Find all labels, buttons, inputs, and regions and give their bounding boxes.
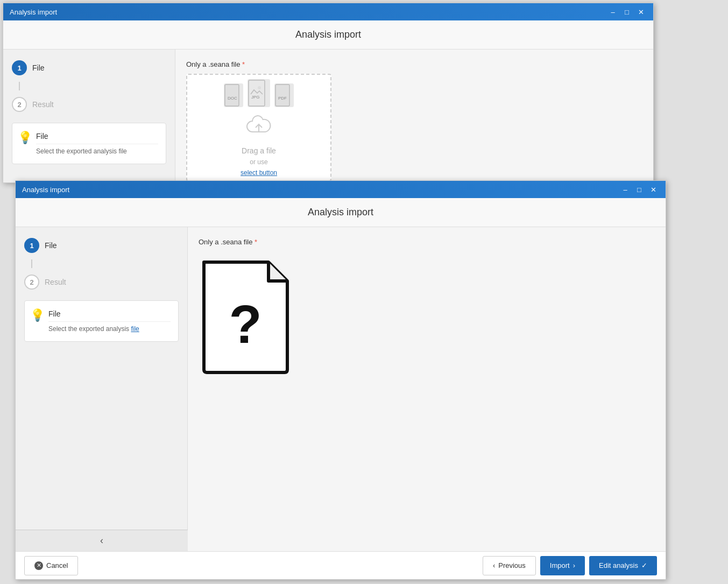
question-file-container: ?: [199, 251, 655, 381]
close-button-2[interactable]: ✕: [647, 184, 659, 195]
window-footer-2: ✕ Cancel ‹ Previous Import › Edit analys…: [16, 551, 666, 579]
step-list-2: 1 File 2 Result: [24, 238, 179, 290]
required-marker-2: *: [255, 238, 257, 246]
main-content-2: Only a .seana file * ?: [188, 227, 666, 551]
title-bar-controls-2: – □ ✕: [619, 184, 659, 195]
minimize-button-2[interactable]: –: [619, 184, 631, 195]
footer-left: ✕ Cancel: [24, 556, 78, 575]
analysis-import-window-2: Analysis import – □ ✕ Analysis import 1 …: [15, 180, 666, 580]
file-link-text[interactable]: file: [131, 325, 139, 333]
previous-button[interactable]: ‹ Previous: [483, 556, 536, 575]
hint-card-1: 💡 File Select the exported analysis file: [12, 123, 166, 164]
step-circle-2: 2: [12, 97, 27, 112]
title-bar-2: Analysis import – □ ✕: [16, 181, 666, 198]
svg-rect-5: [275, 85, 289, 106]
svg-text:JPG: JPG: [251, 95, 260, 100]
step-connector-2: [31, 259, 32, 268]
title-bar-controls-1: – □ ✕: [607, 6, 647, 18]
step-circle-2-2: 2: [24, 275, 39, 290]
step-item-1-result: 2 Result: [12, 97, 166, 112]
chevron-right-icon: ›: [573, 561, 575, 569]
file-shape-svg: ?: [199, 257, 293, 375]
step-circle-1: 1: [12, 60, 27, 75]
maximize-button-2[interactable]: □: [633, 184, 645, 195]
pdf-file-icon: PDF: [274, 83, 294, 107]
svg-text:DOC: DOC: [228, 96, 237, 101]
chevron-left-icon: ‹: [493, 561, 495, 569]
window-title-1: Analysis import: [10, 8, 57, 16]
jpg-file-icon: JPG: [248, 79, 270, 107]
svg-point-4: [258, 86, 261, 89]
sidebar-2: 1 File 2 Result 💡 File Select the export…: [16, 227, 188, 551]
hint-text-2: Select the exported analysis file: [48, 325, 171, 333]
edit-analysis-button[interactable]: Edit analysis ✓: [589, 556, 657, 575]
checkmark-icon: ✓: [641, 561, 647, 569]
analysis-import-window-1: Analysis import – □ ✕ Analysis import 1 …: [3, 3, 654, 183]
step-item-2-result: 2 Result: [24, 275, 179, 290]
drag-file-text: Drag a file: [242, 146, 276, 155]
window-body-1: 1 File 2 Result 💡 File Select the export…: [3, 50, 653, 182]
step-label-2-2: Result: [45, 278, 66, 286]
sidebar-nav-arrow[interactable]: ‹: [100, 535, 103, 546]
hint-text-1: Select the exported analysis file: [36, 147, 158, 155]
maximize-button-1[interactable]: □: [621, 6, 633, 18]
close-button-1[interactable]: ✕: [635, 6, 647, 18]
cloud-upload-icon: [246, 115, 272, 141]
file-label-1: Only a .seana file *: [186, 60, 642, 68]
svg-text:PDF: PDF: [278, 96, 287, 101]
required-marker-1: *: [242, 60, 245, 68]
window-title-2: Analysis import: [22, 186, 69, 194]
main-content-1: Only a .seana file * DOC: [175, 50, 653, 182]
cancel-button[interactable]: ✕ Cancel: [24, 556, 78, 575]
step-label-2-1: File: [45, 241, 57, 250]
hint-title-2: File: [48, 309, 171, 322]
hint-title-1: File: [36, 132, 158, 144]
step-item-1-file: 1 File: [12, 60, 166, 75]
step-label-1: File: [32, 64, 45, 72]
title-bar-1: Analysis import – □ ✕: [3, 3, 653, 20]
footer-right: ‹ Previous Import › Edit analysis ✓: [483, 556, 657, 575]
svg-text:?: ?: [229, 294, 261, 354]
window-body-2: 1 File 2 Result 💡 File Select the export…: [16, 227, 666, 551]
svg-rect-0: [225, 85, 239, 106]
drop-zone-1[interactable]: DOC JPG: [186, 74, 331, 181]
sidebar-1: 1 File 2 Result 💡 File Select the export…: [3, 50, 175, 182]
window-header-1: Analysis import: [3, 20, 653, 50]
step-connector-1: [19, 82, 20, 90]
step-item-2-file: 1 File: [24, 238, 179, 253]
cancel-circle-icon: ✕: [34, 561, 43, 570]
import-button[interactable]: Import ›: [540, 556, 585, 575]
step-circle-2-1: 1: [24, 238, 39, 253]
bottom-nav-bar: ‹: [16, 530, 188, 551]
file-label-2: Only a .seana file *: [199, 238, 655, 246]
question-file-icon: ?: [199, 257, 293, 375]
window-header-2: Analysis import: [16, 198, 666, 227]
bulb-icon-1: 💡: [18, 131, 32, 145]
hint-card-2: 💡 File Select the exported analysis file: [24, 300, 179, 342]
doc-file-icon: DOC: [224, 83, 243, 107]
drop-zone-icons-1: DOC JPG: [224, 79, 294, 107]
or-use-text: or use: [250, 158, 267, 166]
minimize-button-1[interactable]: –: [607, 6, 619, 18]
select-button-link[interactable]: select button: [241, 169, 277, 177]
bulb-icon-2: 💡: [30, 308, 45, 322]
step-list-1: 1 File 2 Result: [12, 60, 166, 112]
step-label-2: Result: [32, 100, 54, 109]
